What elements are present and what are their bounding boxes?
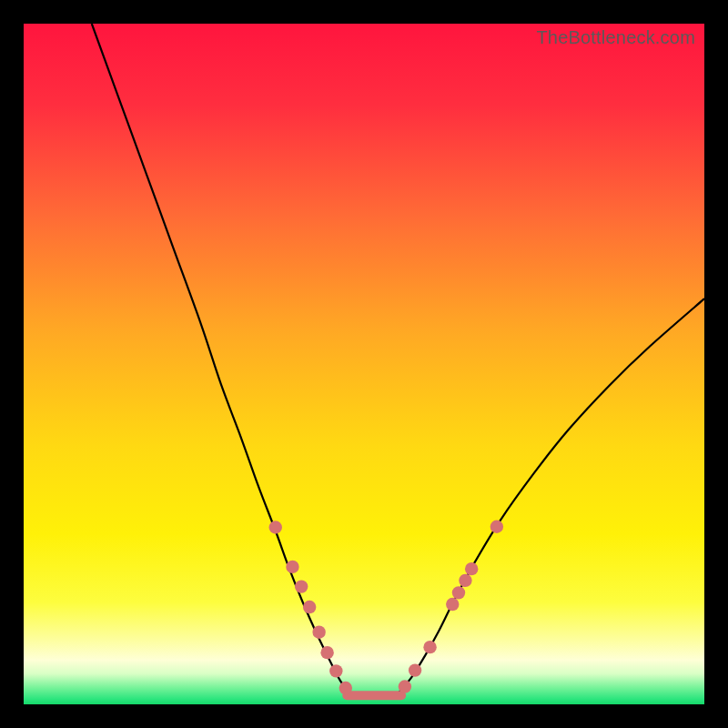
curve-layer — [24, 24, 704, 704]
data-point — [465, 562, 478, 575]
data-point — [303, 601, 316, 613]
data-point — [269, 521, 282, 533]
data-point — [409, 663, 421, 676]
data-point — [399, 680, 411, 693]
data-point — [339, 682, 352, 694]
right-curve — [398, 298, 704, 693]
data-point — [446, 598, 459, 611]
data-point — [423, 641, 436, 653]
data-dots — [269, 521, 504, 695]
plot-area: TheBottleneck.com — [24, 24, 704, 704]
left-curve — [92, 24, 350, 693]
data-point — [295, 580, 308, 592]
data-point — [286, 561, 298, 573]
watermark-text: TheBottleneck.com — [536, 27, 695, 48]
data-point — [312, 626, 325, 639]
data-point — [320, 646, 333, 659]
data-point — [459, 574, 471, 587]
chart-frame: TheBottleneck.com — [24, 24, 704, 704]
data-point — [329, 664, 342, 677]
data-point — [452, 586, 465, 599]
data-point — [490, 521, 503, 533]
